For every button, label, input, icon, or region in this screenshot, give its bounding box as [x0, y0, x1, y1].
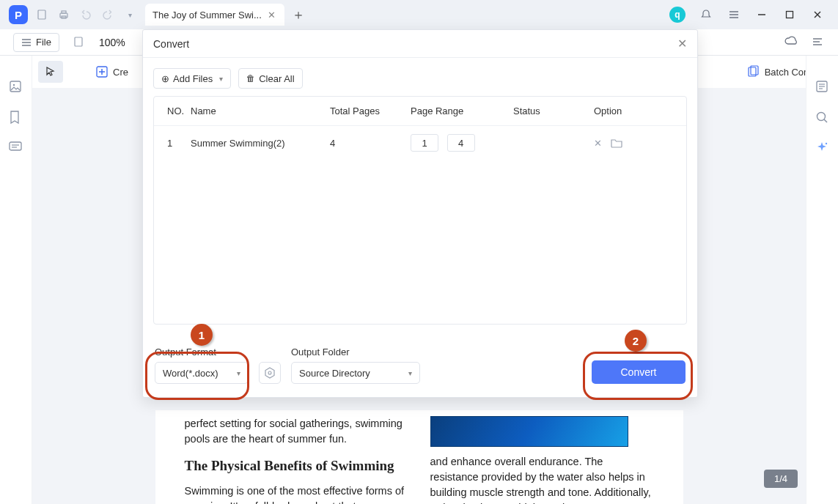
svg-rect-23: [10, 81, 21, 92]
right-icon-strip: [806, 56, 838, 504]
left-icon-strip: [0, 56, 32, 504]
row-options: ✕: [587, 138, 686, 149]
dialog-footer: Output Format Word(*.docx) ▾ Output Fold…: [143, 325, 697, 397]
doc-heading: The Physical Benefits of Swimming: [185, 456, 408, 476]
properties-icon[interactable]: [815, 79, 831, 95]
dialog-toolbar: ⊕ Add Files ▾ 🗑 Clear All: [143, 58, 697, 96]
redo-icon[interactable]: [100, 7, 116, 23]
svg-point-32: [817, 113, 825, 121]
row-no: 1: [154, 138, 191, 149]
panel-toggle-icon[interactable]: [812, 36, 825, 49]
new-doc-icon[interactable]: [34, 7, 50, 23]
dialog-title: Convert: [153, 38, 189, 50]
table-row: 1 Summer Swimming(2) 4 ✕: [154, 126, 686, 160]
doc-paragraph: and enhance overall endurance. The resis…: [430, 454, 654, 504]
comments-icon[interactable]: [8, 141, 24, 157]
cloud-icon[interactable]: [784, 35, 798, 50]
chevron-down-icon: ▾: [237, 369, 240, 377]
close-window-icon[interactable]: [810, 7, 825, 22]
col-name: Name: [191, 105, 330, 116]
svg-rect-2: [62, 11, 66, 13]
svg-rect-0: [38, 10, 45, 19]
svg-point-34: [825, 143, 826, 144]
maximize-icon[interactable]: [782, 7, 797, 22]
user-avatar[interactable]: q: [669, 7, 686, 23]
document-page: perfect setting for social gatherings, s…: [155, 410, 683, 504]
doc-paragraph: perfect setting for social gatherings, s…: [185, 416, 408, 447]
svg-point-36: [268, 371, 271, 374]
print-icon[interactable]: [56, 7, 72, 23]
bookmark-icon[interactable]: [8, 110, 24, 126]
row-range: [411, 134, 513, 152]
tab-title: The Joy of Summer Swi...: [152, 10, 262, 21]
ai-sparkle-icon[interactable]: [815, 141, 831, 157]
plus-circle-icon: ⊕: [161, 73, 169, 84]
col-no: NO.: [154, 105, 191, 116]
col-option: Option: [587, 105, 686, 116]
menu-icon[interactable]: [727, 7, 741, 22]
page-icon[interactable]: [73, 36, 86, 49]
annotation-number-1: 1: [191, 324, 213, 346]
select-tool-button[interactable]: [38, 61, 63, 83]
row-pages: 4: [330, 138, 411, 149]
dialog-header: Convert ✕: [143, 30, 697, 58]
clear-all-label: Clear All: [259, 73, 294, 84]
row-name: Summer Swimming(2): [191, 138, 330, 149]
svg-line-33: [824, 119, 827, 122]
window-titlebar: P ▾ The Joy of Summer Swi... ✕ ＋ q: [0, 0, 838, 29]
svg-rect-14: [75, 37, 82, 46]
create-label: Cre: [113, 67, 128, 78]
page-indicator[interactable]: 1/4: [764, 470, 798, 488]
range-from-input[interactable]: [411, 134, 438, 152]
convert-button[interactable]: Convert: [592, 360, 686, 384]
col-total-pages: Total Pages: [330, 105, 411, 116]
thumbnails-icon[interactable]: [8, 79, 24, 95]
new-tab-button[interactable]: ＋: [292, 6, 305, 23]
files-table: NO. Name Total Pages Page Range Status O…: [153, 96, 687, 325]
file-menu-label: File: [36, 37, 51, 48]
tab-close-icon[interactable]: ✕: [268, 10, 276, 21]
clear-all-button[interactable]: 🗑 Clear All: [238, 68, 302, 89]
doc-image-placeholder: [430, 416, 628, 447]
output-format-label: Output Format: [155, 346, 249, 357]
convert-dialog: Convert ✕ ⊕ Add Files ▾ 🗑 Clear All NO. …: [142, 29, 698, 398]
col-status: Status: [513, 105, 587, 116]
output-folder-value: Source Directory: [299, 368, 370, 379]
chevron-down-icon: ▾: [408, 369, 412, 377]
minimize-icon[interactable]: [754, 7, 769, 22]
file-menu-button[interactable]: File: [13, 33, 59, 52]
trash-icon: 🗑: [246, 73, 255, 84]
app-logo: P: [9, 5, 28, 24]
open-folder-icon[interactable]: [611, 138, 622, 149]
range-to-input[interactable]: [447, 134, 475, 152]
annotation-number-2: 2: [625, 330, 647, 352]
svg-rect-8: [787, 12, 793, 18]
table-header: NO. Name Total Pages Page Range Status O…: [154, 97, 686, 126]
search-icon[interactable]: [815, 110, 831, 126]
dropdown-caret-icon[interactable]: ▾: [122, 7, 138, 23]
remove-row-icon[interactable]: ✕: [594, 138, 602, 149]
zoom-level[interactable]: 100%: [99, 37, 125, 48]
undo-icon[interactable]: [78, 7, 94, 23]
add-files-button[interactable]: ⊕ Add Files ▾: [153, 68, 231, 89]
doc-paragraph: Swimming is one of the most effective fo…: [185, 483, 408, 504]
svg-point-24: [12, 84, 14, 86]
create-button[interactable]: Cre: [89, 61, 134, 83]
dropdown-caret-icon: ▾: [219, 75, 223, 83]
dialog-close-icon[interactable]: ✕: [677, 37, 687, 51]
svg-rect-25: [10, 142, 21, 150]
output-folder-label: Output Folder: [291, 346, 420, 357]
format-settings-button[interactable]: [259, 362, 281, 384]
add-files-label: Add Files: [173, 73, 213, 84]
col-page-range: Page Range: [411, 105, 513, 116]
svg-marker-35: [265, 368, 274, 378]
output-folder-select[interactable]: Source Directory ▾: [291, 362, 420, 384]
document-tab[interactable]: The Joy of Summer Swi... ✕: [145, 4, 284, 26]
notification-icon[interactable]: [699, 7, 713, 22]
output-format-select[interactable]: Word(*.docx) ▾: [155, 362, 249, 384]
output-format-value: Word(*.docx): [163, 368, 218, 379]
